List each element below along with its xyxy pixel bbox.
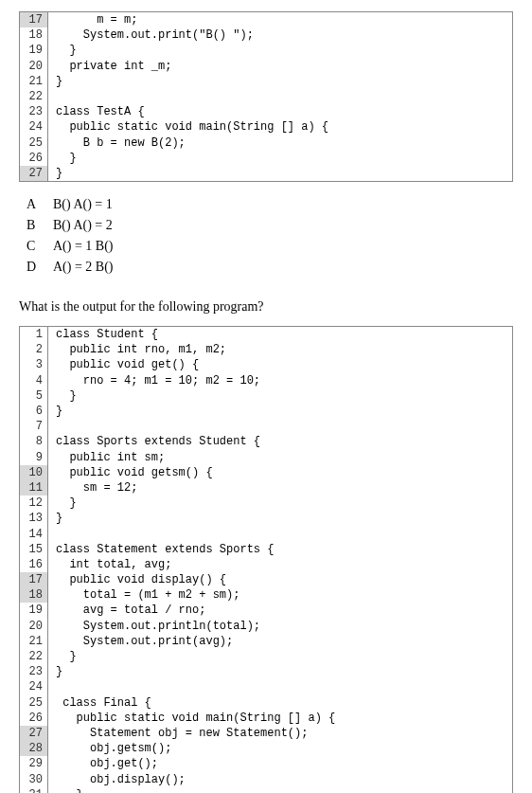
code-line: 28 obj.getsm(); <box>20 741 512 756</box>
code-text: } <box>48 151 512 166</box>
code-text: } <box>48 388 512 404</box>
option-row: CA() = 1 B() <box>27 239 513 254</box>
code-text <box>48 89 512 104</box>
option-text: A() = 1 B() <box>53 239 114 254</box>
option-row: AB() A() = 1 <box>27 197 513 212</box>
code-text: int total, avg; <box>48 557 512 572</box>
code-line: 16 int total, avg; <box>20 557 512 572</box>
code-text <box>48 679 512 694</box>
code-line: 2 public int rno, m1, m2; <box>20 342 512 357</box>
code-line: 23} <box>20 664 512 679</box>
option-text: B() A() = 2 <box>53 218 113 233</box>
code-line: 18 System.out.print("B() "); <box>20 27 512 43</box>
line-number: 6 <box>20 404 48 419</box>
line-number: 25 <box>20 135 48 151</box>
line-number: 18 <box>20 587 48 603</box>
code-text: private int _m; <box>48 59 512 74</box>
line-number: 21 <box>20 74 48 89</box>
code-text: public void display() { <box>48 572 512 587</box>
option-row: DA() = 2 B() <box>27 260 513 275</box>
code-text: Statement obj = new Statement(); <box>48 726 512 741</box>
line-number: 5 <box>20 388 48 404</box>
code-line: 23class TestA { <box>20 104 512 119</box>
line-number: 31 <box>20 787 48 793</box>
code-text: } <box>48 511 512 526</box>
line-number: 26 <box>20 711 48 726</box>
line-number: 25 <box>20 695 48 711</box>
code-text <box>48 419 512 434</box>
code-line: 14 <box>20 527 512 542</box>
code-line: 20 System.out.println(total); <box>20 619 512 634</box>
code-text: } <box>48 404 512 419</box>
line-number: 21 <box>20 634 48 649</box>
code-line: 17 public void display() { <box>20 572 512 587</box>
code-line: 6} <box>20 404 512 419</box>
code-text: class Statement extends Sports { <box>48 542 512 557</box>
line-number: 28 <box>20 741 48 756</box>
code-line: 19 avg = total / rno; <box>20 603 512 618</box>
code-text: } <box>48 664 512 679</box>
code-text: } <box>48 166 512 181</box>
code-text: total = (m1 + m2 + sm); <box>48 587 512 603</box>
code-text: System.out.println(total); <box>48 619 512 634</box>
code-text: public void getsm() { <box>48 465 512 480</box>
code-line: 9 public int sm; <box>20 450 512 465</box>
code-text: public int rno, m1, m2; <box>48 342 512 357</box>
code-text: obj.display(); <box>48 772 512 787</box>
option-text: B() A() = 1 <box>53 197 113 212</box>
code-text: class Final { <box>48 695 512 711</box>
code-line: 12 } <box>20 496 512 511</box>
line-number: 15 <box>20 542 48 557</box>
code-text: obj.get(); <box>48 756 512 771</box>
line-number: 30 <box>20 772 48 787</box>
code-text: public void get() { <box>48 357 512 372</box>
option-letter: A <box>27 197 53 212</box>
code-line: 5 } <box>20 388 512 404</box>
line-number: 1 <box>20 327 48 342</box>
code-text: m = m; <box>48 12 512 27</box>
code-block-1: 17 m = m;18 System.out.print("B() ");19 … <box>19 11 513 182</box>
line-number: 24 <box>20 679 48 694</box>
code-text: System.out.print("B() "); <box>48 27 512 43</box>
line-number: 13 <box>20 511 48 526</box>
line-number: 20 <box>20 619 48 634</box>
line-number: 22 <box>20 649 48 664</box>
code-line: 18 total = (m1 + m2 + sm); <box>20 587 512 603</box>
option-letter: B <box>27 218 53 233</box>
code-line: 27 Statement obj = new Statement(); <box>20 726 512 741</box>
line-number: 7 <box>20 419 48 434</box>
question-text: What is the output for the following pro… <box>19 299 513 315</box>
code-line: 8class Sports extends Student { <box>20 434 512 449</box>
code-line: 15class Statement extends Sports { <box>20 542 512 557</box>
code-line: 7 <box>20 419 512 434</box>
line-number: 26 <box>20 151 48 166</box>
line-number: 29 <box>20 756 48 771</box>
line-number: 23 <box>20 664 48 679</box>
line-number: 10 <box>20 465 48 480</box>
code-text: public int sm; <box>48 450 512 465</box>
code-line: 22 } <box>20 649 512 664</box>
code-text: } <box>48 787 512 793</box>
code-line: 19 } <box>20 43 512 58</box>
code-line: 31 } <box>20 787 512 793</box>
code-line: 22 <box>20 89 512 104</box>
code-line: 27} <box>20 166 512 181</box>
code-text: class Student { <box>48 327 512 342</box>
code-text: } <box>48 74 512 89</box>
line-number: 11 <box>20 480 48 496</box>
line-number: 4 <box>20 373 48 388</box>
code-line: 1class Student { <box>20 327 512 342</box>
answer-options: AB() A() = 1BB() A() = 2CA() = 1 B()DA()… <box>27 197 513 275</box>
option-text: A() = 2 B() <box>53 260 114 275</box>
line-number: 23 <box>20 104 48 119</box>
code-line: 26 } <box>20 151 512 166</box>
code-text: rno = 4; m1 = 10; m2 = 10; <box>48 373 512 388</box>
line-number: 27 <box>20 726 48 741</box>
code-text: B b = new B(2); <box>48 135 512 151</box>
code-line: 30 obj.display(); <box>20 772 512 787</box>
code-text: public static void main(String [] a) { <box>48 711 512 726</box>
code-line: 17 m = m; <box>20 12 512 27</box>
line-number: 3 <box>20 357 48 372</box>
line-number: 24 <box>20 119 48 135</box>
code-text <box>48 527 512 542</box>
